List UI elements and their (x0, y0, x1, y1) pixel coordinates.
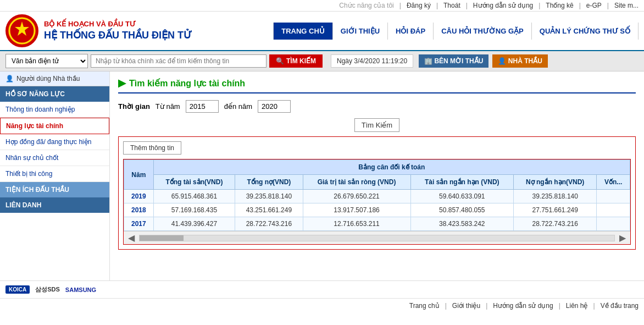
sidebar-section-ho-so: HỒ SƠ NĂNG LỰC (0, 86, 109, 102)
them-thong-tin-button[interactable]: Thêm thông tin (123, 141, 181, 155)
tong-tai-san-2019: 65.915.468.361 (153, 190, 235, 203)
koica-logo: KOICA (5, 285, 30, 294)
scroll-thumb[interactable] (140, 235, 184, 241)
topbar-link-thoat[interactable]: Thoát (443, 2, 460, 9)
topbar-separator6: | (607, 2, 609, 9)
sidebar-item-nangluc[interactable]: Năng lực tài chính (0, 118, 109, 134)
sds-logo: 삼성SDS (35, 285, 60, 294)
topbar-link-egp[interactable]: e-GP (586, 2, 602, 9)
table-row: 2018 57.169.168.435 43.251.661.249 13.91… (124, 203, 630, 217)
datetime-display: Ngày 3/4/2020 11:19:20 (331, 54, 413, 68)
user-icon: 👤 (5, 75, 14, 82)
gia-tri-2018: 13.917.507.186 (303, 203, 410, 217)
no-ngan-han-2019: 39.235.818.140 (514, 190, 597, 203)
topbar-separator2: | (436, 2, 438, 9)
col-von: Vốn... (597, 175, 630, 190)
footer-sep3: | (559, 302, 560, 310)
scroll-left-arrow[interactable]: ◀ (126, 233, 137, 243)
scroll-track[interactable] (139, 235, 615, 241)
col-tong-no: Tổng nợ(VND) (235, 175, 303, 190)
search-type-select[interactable]: Văn bản điện tử (5, 54, 88, 68)
sidebar-item-thietbi[interactable]: Thiết bị thi công (0, 166, 109, 182)
col-tai-san-ngan-han: Tài sản ngắn hạn (VND) (410, 175, 513, 190)
filter-form: Thời gian Từ năm đến năm (118, 100, 636, 113)
von-2017 (597, 217, 630, 231)
col-gia-tri-tai-san: Giá trị tài sản ròng (VND) (303, 175, 410, 190)
to-label: đến năm (224, 102, 252, 111)
tong-no-2019: 39.235.818.140 (235, 190, 303, 203)
sidebar: 👤 Người dùng Nhà thầu HỒ SƠ NĂNG LỰC Thô… (0, 71, 110, 280)
table-row: 2017 41.439.396.427 28.722.743.216 12.71… (124, 217, 630, 231)
logo-line2: HỆ THỐNG ĐẤU THẦU ĐIỆN TỬ (44, 29, 192, 42)
top-bar: Chức năng của tôi | Đăng ký | Thoát | Hư… (0, 0, 644, 12)
sidebar-user: 👤 Người dùng Nhà thầu (0, 71, 109, 86)
sidebar-item-hopdong[interactable]: Hợp đồng đã/ đang thực hiện (0, 134, 109, 150)
no-ngan-han-2018: 27.751.661.249 (514, 203, 597, 217)
footer-sep4: | (593, 302, 595, 310)
table-row: 2019 65.915.468.361 39.235.818.140 26.67… (124, 190, 630, 203)
to-year-input[interactable] (258, 100, 291, 113)
page-title: ▶ Tìm kiếm năng lực tài chính (118, 77, 636, 93)
building-icon: 🏢 (424, 57, 432, 65)
header: BỘ KẾ HOẠCH VÀ ĐẦU TƯ HỆ THỐNG ĐẤU THẦU … (0, 12, 644, 51)
topbar-link-sitem[interactable]: Site m... (614, 2, 639, 9)
search-input[interactable] (91, 54, 267, 68)
year-cell-2019[interactable]: 2019 (124, 190, 154, 203)
nav-item-cauhoi[interactable]: CÂU HỎI THƯỜNG GẶP (434, 23, 532, 40)
year-cell-2018[interactable]: 2018 (124, 203, 154, 217)
nav-bar: TRANG CHỦ GIỚI THIỆU HỎI ĐÁP CÂU HỎI THƯ… (203, 23, 639, 40)
search-icon: 🔍 (276, 57, 284, 65)
tim-kiem-button[interactable]: Tìm Kiếm (354, 118, 399, 132)
footer-sep2: | (486, 302, 487, 310)
sidebar-section-tienich: TIỆN ÍCH ĐẤU THẦU (0, 182, 109, 197)
arrow-right-icon: ▶ (118, 77, 126, 89)
footer-nav: Trang chủ | Giới thiệu | Hướng dẫn sử dụ… (0, 298, 644, 313)
filter-label: Thời gian (118, 102, 150, 111)
logo-area: BỘ KẾ HOẠCH VÀ ĐẦU TƯ HỆ THỐNG ĐẤU THẦU … (5, 14, 192, 47)
gia-tri-2017: 12.716.653.211 (303, 217, 410, 231)
nav-item-hoidap[interactable]: HỎI ĐÁP (388, 23, 434, 40)
col-group-bangcandoi: Bảng cân đối kế toán (153, 160, 630, 175)
footer-logos: KOICA 삼성SDS SAMSUNG (0, 280, 644, 298)
topbar-separator5: | (579, 2, 581, 9)
tai-san-ngan-han-2019: 59.640.633.091 (410, 190, 513, 203)
samsung-logo: SAMSUNG (65, 287, 96, 293)
footer-link-gioithieu[interactable]: Giới thiệu (452, 302, 480, 310)
from-year-input[interactable] (186, 100, 219, 113)
from-label: Từ năm (156, 102, 180, 111)
sidebar-item-thongtin[interactable]: Thông tin doanh nghiệp (0, 102, 109, 118)
topbar-link-huongdan[interactable]: Hướng dẫn sử dụng (473, 2, 533, 9)
col-tong-tai-san: Tổng tài sản(VND) (153, 175, 235, 190)
data-table-container: Năm Bảng cân đối kế toán Tổng tài sản(VN… (123, 159, 631, 245)
scroll-right-arrow[interactable]: ▶ (617, 233, 628, 243)
topbar-link-chucnang[interactable]: Chức năng của tôi (339, 2, 393, 9)
financial-table: Năm Bảng cân đối kế toán Tổng tài sản(VN… (124, 159, 630, 231)
sidebar-section-lien-danh: LIÊN DANH (0, 197, 109, 213)
topbar-link-dangky[interactable]: Đăng ký (407, 2, 431, 9)
sidebar-item-nhansu[interactable]: Nhân sự chủ chốt (0, 150, 109, 166)
tong-tai-san-2018: 57.169.168.435 (153, 203, 235, 217)
nha-thau-button[interactable]: 👤 NHÀ THẦU (492, 54, 547, 68)
col-no-ngan-han: Nợ ngắn hạn(VND) (514, 175, 597, 190)
content-area: ▶ Tìm kiếm năng lực tài chính Thời gian … (110, 71, 644, 280)
ben-moi-thau-button[interactable]: 🏢 BÊN MỜI THẦU (419, 54, 488, 68)
person-icon: 👤 (498, 57, 506, 65)
footer-link-lienhe[interactable]: Liên hệ (566, 302, 588, 310)
nav-item-quanly[interactable]: QUẢN LÝ CHỨNG THƯ SỐ (532, 23, 639, 40)
main-layout: 👤 Người dùng Nhà thầu HỒ SƠ NĂNG LỰC Thô… (0, 71, 644, 280)
search-button[interactable]: 🔍 TÌM KIẾM (269, 54, 323, 68)
von-2019 (597, 190, 630, 203)
topbar-link-thongke[interactable]: Thống kê (546, 2, 573, 9)
footer-link-vedautrang[interactable]: Về đầu trang (601, 302, 639, 310)
emblem-icon (5, 14, 38, 47)
tong-no-2017: 28.722.743.216 (235, 217, 303, 231)
logo-text: BỘ KẾ HOẠCH VÀ ĐẦU TƯ HỆ THỐNG ĐẤU THẦU … (44, 20, 192, 42)
horizontal-scrollbar[interactable]: ◀ ▶ (124, 231, 630, 244)
tai-san-ngan-han-2018: 50.857.480.055 (410, 203, 513, 217)
von-2018 (597, 203, 630, 217)
footer-link-trangchu[interactable]: Trang chủ (409, 302, 440, 310)
year-cell-2017[interactable]: 2017 (124, 217, 154, 231)
footer-link-huongdan[interactable]: Hướng dẫn sử dụng (493, 302, 553, 310)
nav-item-gioithieu[interactable]: GIỚI THIỆU (333, 23, 388, 40)
nav-item-trangchu[interactable]: TRANG CHỦ (273, 23, 333, 40)
